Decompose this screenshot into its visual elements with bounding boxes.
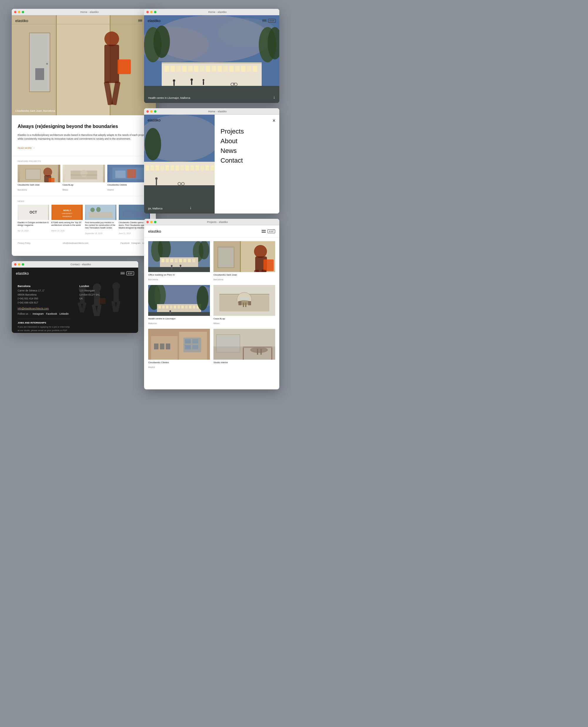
- win4-project-4[interactable]: Casa ALap Bilbao: [213, 285, 275, 325]
- maximize-dot-2[interactable]: [154, 11, 156, 13]
- svg-rect-58: [217, 66, 222, 72]
- minimize-dot[interactable]: [18, 11, 20, 13]
- svg-rect-149: [170, 312, 171, 314]
- close-dot-3[interactable]: [146, 110, 149, 112]
- svg-rect-50: [170, 66, 175, 72]
- privacy-link[interactable]: Privacy Policy: [18, 242, 30, 244]
- social-instagram[interactable]: Instagram: [131, 242, 141, 244]
- svg-point-189: [93, 284, 101, 292]
- nav-menu-overlay: ✕ Projects About News Contact: [215, 115, 279, 213]
- svg-rect-96: [156, 180, 157, 185]
- footer-email[interactable]: info@elastikoarchitects.com: [63, 242, 88, 244]
- contact-email[interactable]: info@elastikoarchitects.com: [18, 307, 70, 310]
- svg-rect-111: [179, 259, 182, 262]
- win5-lang[interactable]: ESP: [126, 271, 134, 275]
- svg-rect-122: [240, 241, 241, 272]
- svg-rect-190: [94, 291, 100, 306]
- svg-rect-66: [173, 81, 175, 86]
- news-item-3[interactable]: First honourable jury mention in the con…: [85, 205, 117, 235]
- logo[interactable]: elastiko: [15, 19, 28, 23]
- win4-img-6: [213, 329, 275, 360]
- svg-point-126: [254, 245, 267, 258]
- maximize-dot[interactable]: [22, 11, 24, 13]
- close-dot-2[interactable]: [146, 11, 149, 13]
- project-loc-1: Barcelona: [18, 189, 27, 191]
- svg-point-97: [155, 177, 158, 180]
- svg-point-46: [153, 26, 170, 58]
- close-dot-5[interactable]: [14, 263, 17, 266]
- win2-logo[interactable]: elastiko: [148, 19, 161, 23]
- win4-lang[interactable]: ESP: [268, 229, 275, 233]
- svg-rect-140: [174, 306, 176, 309]
- svg-point-118: [180, 265, 182, 267]
- news-item-1[interactable]: OCT Elastiko in Octogon architecture & d…: [18, 205, 49, 235]
- maximize-dot-5[interactable]: [22, 263, 24, 266]
- svg-rect-60: [229, 66, 234, 72]
- svg-rect-144: [189, 306, 191, 309]
- win4-project-3[interactable]: Health centre in Llucmajor Mallorca: [148, 285, 210, 325]
- svg-rect-112: [184, 259, 186, 262]
- close-menu-button[interactable]: ✕: [272, 118, 276, 123]
- win4-proj-name-1: Office building on Pere IV: [148, 273, 210, 276]
- nav-contact[interactable]: Contact: [220, 155, 273, 165]
- svg-rect-65: [144, 86, 279, 103]
- minimize-dot-3[interactable]: [150, 110, 152, 112]
- win2-menu-icon[interactable]: [262, 19, 266, 22]
- svg-rect-109: [170, 259, 173, 262]
- news-date-1: Apr 25, 2020: [18, 230, 28, 232]
- win4-project-6[interactable]: Studio interior: [213, 329, 275, 369]
- svg-rect-49: [165, 66, 169, 72]
- win4-logo[interactable]: elastiko: [148, 229, 161, 233]
- projects-grid: Cloudworks Sant Joan Barcelona Casa ALap…: [18, 165, 150, 192]
- nav-projects[interactable]: Projects: [220, 126, 273, 136]
- win4-proj-loc-4: Bilbao: [213, 322, 219, 325]
- svg-rect-181: [271, 348, 272, 360]
- news-item-2[interactable]: WORLD UNIVERSITY RANKINGS ETSAB ranks am…: [51, 205, 83, 235]
- svg-rect-115: [148, 267, 210, 272]
- svg-rect-38: [96, 207, 101, 212]
- svg-rect-63: [247, 66, 251, 72]
- social-linkedin-contact[interactable]: Linkedin: [59, 312, 69, 315]
- menu-icon[interactable]: [138, 19, 142, 22]
- win3-arrow[interactable]: ↓: [190, 205, 192, 210]
- svg-rect-184: [260, 349, 262, 355]
- svg-rect-183: [257, 349, 258, 355]
- news-title-3: First honourable jury mention in the con…: [85, 221, 117, 229]
- win5-logo[interactable]: elastiko: [16, 271, 29, 275]
- social-facebook-contact[interactable]: Facebook: [46, 312, 57, 315]
- win4-menu-icon[interactable]: [262, 230, 266, 233]
- close-dot[interactable]: [14, 11, 17, 13]
- svg-rect-80: [144, 162, 215, 185]
- minimize-dot-2[interactable]: [150, 11, 152, 13]
- svg-rect-117: [171, 267, 172, 270]
- social-instagram-contact[interactable]: Instagram: [33, 312, 44, 315]
- win3-logo[interactable]: elastiko: [148, 118, 161, 122]
- read-more-link[interactable]: READ MORE →: [18, 147, 35, 149]
- project-thumb-3[interactable]: Cloudworks Cibeles Madrid: [107, 165, 150, 192]
- win2-lang[interactable]: ESP: [268, 19, 276, 23]
- close-dot-4[interactable]: [146, 221, 149, 223]
- minimize-dot-5[interactable]: [18, 263, 20, 266]
- nav-about[interactable]: About: [220, 136, 273, 146]
- nav-news[interactable]: News: [220, 146, 273, 155]
- win4-project-2[interactable]: Cloudworks Sant Joan Barcelona: [213, 241, 275, 282]
- win3-nav: elastiko: [144, 115, 215, 125]
- project-thumb-1[interactable]: Cloudworks Sant Joan Barcelona: [18, 165, 60, 192]
- svg-rect-107: [162, 259, 164, 262]
- win5-menu-icon[interactable]: [121, 272, 125, 275]
- social-facebook[interactable]: Facebook: [121, 242, 130, 244]
- svg-rect-192: [96, 304, 102, 316]
- jobs-title: JOBS AND INTERNSHIPS: [18, 321, 70, 324]
- win2-arrow[interactable]: ↓: [273, 95, 275, 99]
- svg-text:WORLD: WORLD: [63, 209, 71, 211]
- win2-nav-right: ESP: [262, 19, 276, 23]
- win4-project-1[interactable]: Office building on Pere IV Barcelona: [148, 241, 210, 282]
- win4-project-5[interactable]: Cloudworks Cibeles Madrid: [148, 329, 210, 369]
- project-thumb-2[interactable]: Casa ALap Bilbao: [63, 165, 105, 192]
- minimize-dot-4[interactable]: [150, 221, 152, 223]
- titlebar-win4: Projects - elastiko: [144, 219, 279, 225]
- maximize-dot-3[interactable]: [154, 110, 156, 112]
- maximize-dot-4[interactable]: [154, 221, 156, 223]
- footer: Privacy Policy info@elastikoarchitects.c…: [12, 240, 156, 246]
- svg-rect-162: [248, 301, 251, 305]
